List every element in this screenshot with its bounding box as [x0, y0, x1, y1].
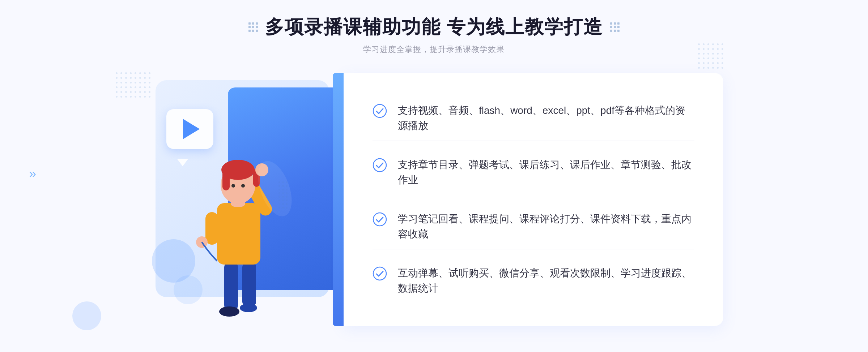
- check-icon-4: [373, 266, 387, 281]
- feature-item-4: 互动弹幕、试听购买、微信分享、观看次数限制、学习进度跟踪、数据统计: [373, 258, 694, 303]
- feature-text-1: 支持视频、音频、flash、word、excel、ppt、pdf等各种格式的资源…: [398, 103, 694, 133]
- svg-point-3: [240, 304, 257, 312]
- feature-text-2: 支持章节目录、弹题考试、课后练习、课后作业、章节测验、批改作业: [398, 157, 694, 188]
- feature-item-2: 支持章节目录、弹题考试、课后练习、课后作业、章节测验、批改作业: [373, 150, 694, 195]
- feature-item-3: 学习笔记回看、课程提问、课程评论打分、课件资料下载，重点内容收藏: [373, 204, 694, 249]
- deco-circle-bottom: [72, 301, 101, 330]
- header-section: 多项录播课辅助功能 专为线上教学打造 学习进度全掌握，提升录播课教学效果: [248, 14, 620, 55]
- check-icon-3: [373, 212, 387, 227]
- content-area: 支持视频、音频、flash、word、excel、ppt、pdf等各种格式的资源…: [145, 73, 723, 326]
- check-icon-1: [373, 104, 387, 118]
- svg-point-17: [373, 104, 386, 117]
- svg-rect-4: [217, 203, 260, 265]
- svg-point-2: [219, 306, 239, 317]
- check-icon-2: [373, 158, 387, 172]
- svg-rect-10: [222, 169, 230, 190]
- page-subtitle: 学习进度全掌握，提升录播课教学效果: [248, 44, 620, 55]
- decorator-dots-right: [610, 22, 620, 32]
- features-panel: 支持视频、音频、flash、word、excel、ppt、pdf等各种格式的资源…: [344, 73, 723, 326]
- svg-rect-1: [242, 261, 256, 308]
- page-container: const dotLeft = document.currentScript.p…: [0, 0, 868, 352]
- person-illustration: [181, 116, 297, 319]
- chevron-left-decoration: »: [29, 166, 36, 181]
- feature-item-1: 支持视频、音频、flash、word、excel、ppt、pdf等各种格式的资源…: [373, 96, 694, 141]
- illustration-panel: [145, 73, 354, 319]
- svg-point-13: [241, 184, 245, 188]
- svg-rect-0: [224, 261, 238, 312]
- decorator-dots-left: [248, 22, 258, 32]
- accent-bar: [333, 73, 344, 326]
- feature-text-4: 互动弹幕、试听购买、微信分享、观看次数限制、学习进度跟踪、数据统计: [398, 266, 694, 296]
- svg-point-19: [373, 213, 386, 226]
- page-title: 多项录播课辅助功能 专为线上教学打造: [265, 14, 603, 40]
- svg-rect-6: [205, 212, 218, 245]
- svg-point-18: [373, 159, 386, 172]
- svg-point-12: [231, 184, 235, 188]
- svg-point-20: [373, 267, 386, 280]
- dot-pattern-right: const dotRight = document.currentScript.…: [698, 43, 723, 69]
- feature-text-3: 学习笔记回看、课程提问、课程评论打分、课件资料下载，重点内容收藏: [398, 211, 694, 242]
